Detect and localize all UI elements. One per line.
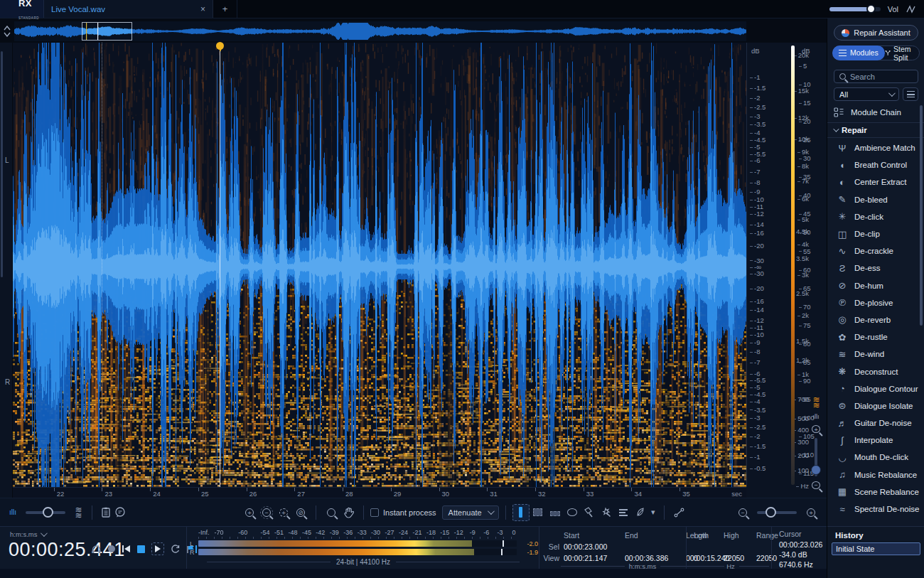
overview-waveform[interactable] <box>14 21 746 41</box>
hand-grab-tool[interactable] <box>340 504 357 521</box>
tab-close-icon[interactable]: × <box>200 4 205 14</box>
loop-playback-button[interactable] <box>171 544 181 554</box>
brand-edition: STANDARD <box>18 16 39 20</box>
go-to-start-button[interactable] <box>122 545 131 553</box>
play-button[interactable] <box>151 542 164 555</box>
waveform-spectrogram-blend-slider[interactable] <box>26 511 65 514</box>
module-chain-item[interactable]: Module Chain <box>834 105 918 120</box>
module-item-guitar-de-noise[interactable]: ♬Guitar De-noise <box>827 414 922 432</box>
brush-selection-tool[interactable] <box>581 504 598 521</box>
zoom-time-selection-tool[interactable]: ＋ <box>275 504 292 521</box>
vertical-zoom-knob[interactable] <box>811 465 821 475</box>
amp-tick: -16 <box>750 229 764 237</box>
comments-panel-icon[interactable] <box>113 504 127 521</box>
list-view-button[interactable] <box>903 87 918 101</box>
history-item-initial-state[interactable]: Initial State <box>832 542 920 555</box>
magic-wand-tool[interactable] <box>598 504 615 521</box>
zoom-reset-tool[interactable]: ⊘ <box>292 504 309 521</box>
waveform-blend-icon[interactable]: ıllı <box>6 504 20 521</box>
signal-flow-icon[interactable] <box>906 4 917 14</box>
amp-tick: -4 <box>750 397 760 405</box>
module-item-music-rebalance[interactable]: ♫Music Rebalance <box>827 466 922 483</box>
module-item-deconstruct[interactable]: ❋Deconstruct <box>827 363 922 380</box>
volume-slider-knob[interactable] <box>866 4 876 14</box>
zoom-in-tool[interactable]: ＋ <box>241 504 258 521</box>
module-chain-icon <box>834 107 844 117</box>
time-selection-tool[interactable] <box>512 504 530 521</box>
module-item-dialogue-contour[interactable]: ◔Dialogue Contour <box>827 380 922 397</box>
new-tab-button[interactable]: + <box>213 0 237 18</box>
time-frequency-selection-tool[interactable] <box>530 504 547 521</box>
search-input[interactable] <box>850 73 907 81</box>
vertical-zoom-out-icon[interactable]: − <box>812 481 820 489</box>
lasso-selection-tool[interactable] <box>564 504 581 521</box>
horizontal-zoom-in-icon[interactable]: ＋ <box>802 504 820 521</box>
module-item-interpolate[interactable]: ∫Interpolate <box>827 432 922 449</box>
file-tab[interactable]: Live Vocal.wav × <box>44 0 213 18</box>
feather-options-chevron-icon[interactable]: ▾ <box>649 504 657 521</box>
time-format-selector[interactable]: h:m:s.ms <box>10 530 45 538</box>
module-item-spectral-de-noise[interactable]: ≈Spectral De-noise <box>827 501 922 518</box>
overview-collapse-control[interactable] <box>2 23 12 39</box>
monitor-headphones-icon[interactable] <box>91 544 102 554</box>
magnify-tool[interactable] <box>323 504 340 521</box>
vertical-zoom-slider[interactable] <box>815 438 817 476</box>
spectrogram-blend-icon[interactable]: ≋≋ <box>71 504 85 521</box>
vertical-zoom-in-icon[interactable]: ＋ <box>812 425 820 433</box>
spectrogram-canvas[interactable] <box>13 43 746 487</box>
process-mode-dropdown[interactable]: Attenuate <box>442 505 499 520</box>
spectrogram-view[interactable] <box>13 43 746 487</box>
module-item-de-plosive[interactable]: ℗De-plosive <box>827 294 922 311</box>
module-item-de-crackle[interactable]: ∿De-crackle <box>827 242 922 259</box>
module-item-de-bleed[interactable]: ✎De-bleed <box>827 191 922 208</box>
module-item-ambience-match[interactable]: ΨAmbience Match <box>827 139 922 156</box>
clipboard-panel-icon[interactable] <box>99 504 113 521</box>
horizontal-zoom-knob[interactable] <box>765 507 776 518</box>
legend-tick: 30 <box>799 154 811 162</box>
module-label: Music Rebalance <box>854 471 917 479</box>
category-filter-dropdown[interactable]: All <box>834 87 899 101</box>
module-item-dialogue-isolate[interactable]: ⊜Dialogue Isolate <box>827 397 922 414</box>
feather-fade-tool[interactable] <box>632 504 649 521</box>
module-search-field[interactable] <box>834 70 918 83</box>
module-item-de-hum[interactable]: ⊘De-hum <box>827 277 922 294</box>
connect-points-tool[interactable] <box>671 504 688 521</box>
tab-stem-split[interactable]: Stem Split <box>885 45 919 62</box>
frequency-selection-tool[interactable] <box>547 504 564 521</box>
module-item-de-rustle[interactable]: ✿De-rustle <box>827 328 922 346</box>
repair-section-header[interactable]: Repair <box>827 122 924 138</box>
record-button[interactable] <box>108 545 115 552</box>
playhead-marker[interactable] <box>215 42 225 53</box>
horizontal-zoom-slider[interactable] <box>757 511 797 514</box>
amplitude-ruler[interactable]: dB -1-1.5-2-2.5-3-3.5-4-4.5-5-5.5-6-7-8-… <box>746 43 779 487</box>
tab-modules[interactable]: Modules <box>832 46 885 60</box>
module-label: Interpolate <box>854 436 893 444</box>
repair-assistant-button[interactable]: Repair Assistant <box>834 25 918 41</box>
zoom-selection-tool[interactable]: − <box>258 504 275 521</box>
instant-process-checkbox[interactable] <box>370 508 379 517</box>
time-ruler[interactable]: 2223242526272829303132333435sec <box>13 487 746 498</box>
blend-slider-knob[interactable] <box>43 507 53 518</box>
panel-scrollbar[interactable] <box>920 105 923 326</box>
module-item-scene-rebalance[interactable]: ▦Scene Rebalance <box>827 483 922 501</box>
horizontal-zoom-out-icon[interactable]: − <box>734 504 751 521</box>
stop-button[interactable] <box>137 545 145 553</box>
spectrogram-mode-icon[interactable]: ≋≋ <box>812 397 819 408</box>
module-item-de-reverb[interactable]: ◎De-reverb <box>827 311 922 328</box>
waveform-mode-icon[interactable]: ıllı <box>813 413 820 420</box>
adjacent-bands-tool[interactable] <box>615 504 632 521</box>
module-item-breath-control[interactable]: ◖Breath Control <box>827 156 922 173</box>
volume-label: Vol <box>888 5 898 14</box>
meter-scale-label: -18 <box>426 529 436 536</box>
module-item-center-extract[interactable]: ◐Center Extract <box>827 173 922 191</box>
module-item-de-wind[interactable]: ≋De-wind <box>827 346 922 363</box>
module-item-de-clip[interactable]: ◫De-clip <box>827 225 922 242</box>
time-tick-label: 25 <box>201 490 209 498</box>
module-item-mouth-de-click[interactable]: ◡Mouth De-click <box>827 449 922 466</box>
module-item-de-click[interactable]: ✳De-click <box>827 208 922 225</box>
level-meters: -Inf.-70-60-54-51-48-45-42-39-36-33-30-2… <box>186 527 539 569</box>
module-item-de-ess[interactable]: ƧDe-ess <box>827 259 922 277</box>
vertical-scrollbar[interactable] <box>1 51 3 277</box>
category-filter-value: All <box>839 90 848 99</box>
volume-slider[interactable] <box>829 7 881 11</box>
